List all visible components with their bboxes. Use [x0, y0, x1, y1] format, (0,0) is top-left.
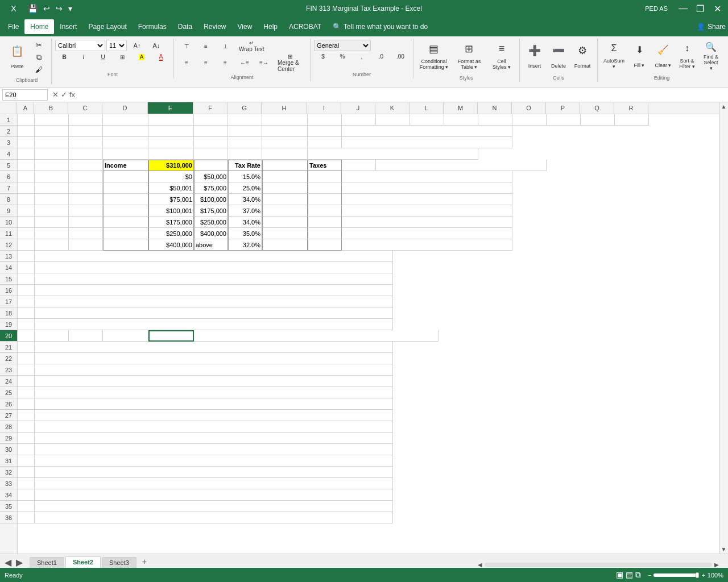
cell-h8[interactable] — [262, 194, 308, 205]
cell-e12[interactable]: $400,000 — [148, 239, 194, 251]
cell-a21[interactable] — [18, 342, 35, 353]
cell-b20[interactable] — [35, 330, 69, 342]
menu-data[interactable]: Data — [172, 19, 198, 34]
row-header-25[interactable]: 25 — [0, 387, 17, 398]
menu-insert[interactable]: Insert — [54, 19, 82, 34]
increase-indent-button[interactable]: ≡→ — [255, 59, 273, 67]
cell-a20[interactable] — [18, 330, 35, 342]
cell-e1[interactable] — [148, 114, 194, 126]
row-header-34[interactable]: 34 — [0, 489, 17, 501]
fill-button[interactable]: ⬇ Fill ▾ — [628, 40, 651, 73]
bold-button[interactable]: B — [55, 53, 73, 61]
col-header-j[interactable]: J — [341, 102, 375, 114]
cell-i3[interactable] — [308, 137, 342, 148]
font-color-button[interactable]: A — [152, 52, 170, 62]
cell-m1[interactable] — [444, 114, 478, 126]
cell-b1[interactable] — [35, 114, 69, 126]
dec-decrease-button[interactable]: .00 — [391, 52, 410, 61]
cell-f3[interactable] — [194, 137, 228, 148]
cell-c10[interactable] — [69, 217, 103, 228]
cell-k5[interactable] — [376, 160, 547, 171]
cell-e9[interactable]: $100,001 — [148, 205, 194, 217]
cell-h12[interactable] — [262, 239, 308, 251]
normal-view-icon[interactable]: ▣ — [616, 570, 623, 580]
conditional-formatting-button[interactable]: ▤ ConditionalFormatting ▾ — [417, 40, 451, 73]
cell-j3[interactable] — [342, 137, 512, 148]
cell-i9[interactable] — [308, 205, 342, 217]
row-header-17[interactable]: 17 — [0, 296, 17, 307]
cell-b9[interactable] — [35, 205, 69, 217]
row-header-13[interactable]: 13 — [0, 251, 17, 262]
row-header-2[interactable]: 2 — [0, 126, 17, 137]
formula-fx-icon[interactable]: fx — [69, 90, 75, 99]
zoom-out-icon[interactable]: − — [648, 572, 651, 579]
paste-button[interactable]: 📋 Paste — [6, 41, 28, 74]
cell-d11[interactable] — [103, 228, 148, 239]
cell-f7[interactable]: $75,000 — [194, 182, 228, 194]
cell-a6[interactable] — [18, 171, 35, 182]
row-header-24[interactable]: 24 — [0, 376, 17, 387]
row-header-30[interactable]: 30 — [0, 444, 17, 455]
cell-rest25[interactable] — [35, 387, 393, 398]
cell-o1[interactable] — [512, 114, 547, 126]
cell-d10[interactable] — [103, 217, 148, 228]
cell-a36[interactable] — [18, 512, 35, 523]
format-button[interactable]: ⚙ Format — [571, 40, 594, 73]
cell-g10[interactable]: 34.0% — [228, 217, 262, 228]
clear-button[interactable]: 🧹 Clear ▾ — [652, 40, 675, 73]
row-header-19[interactable]: 19 — [0, 319, 17, 330]
row-header-8[interactable]: 8 — [0, 194, 17, 205]
row-header-9[interactable]: 9 — [0, 205, 17, 217]
cell-a27[interactable] — [18, 410, 35, 421]
col-header-n[interactable]: N — [478, 102, 512, 114]
row-header-18[interactable]: 18 — [0, 307, 17, 319]
cell-rest26[interactable] — [35, 398, 393, 410]
cell-f5[interactable] — [194, 160, 228, 171]
col-header-m[interactable]: M — [444, 102, 478, 114]
row-header-28[interactable]: 28 — [0, 421, 17, 433]
cell-i8[interactable] — [308, 194, 342, 205]
cell-b12[interactable] — [35, 239, 69, 251]
minimize-button[interactable]: — — [677, 2, 689, 15]
cell-i1[interactable] — [308, 114, 342, 126]
cell-e20[interactable] — [148, 330, 194, 342]
h-scroll-right-icon[interactable]: ▶ — [714, 562, 719, 568]
row-header-4[interactable]: 4 — [0, 148, 17, 160]
close-button[interactable]: ✕ — [711, 2, 723, 15]
cell-d1[interactable] — [103, 114, 148, 126]
cell-h4[interactable] — [262, 148, 308, 160]
italic-button[interactable]: I — [75, 53, 93, 61]
menu-help[interactable]: Help — [258, 19, 283, 34]
decrease-font-button[interactable]: A↓ — [147, 41, 166, 50]
comma-button[interactable]: , — [353, 52, 371, 61]
col-header-a[interactable]: A — [17, 102, 34, 114]
corner-cell[interactable] — [0, 102, 17, 114]
cell-c20[interactable] — [69, 330, 103, 342]
sheet-tab-sheet3[interactable]: Sheet3 — [102, 557, 136, 568]
zoom-slider[interactable] — [653, 573, 699, 577]
cell-c3[interactable] — [69, 137, 103, 148]
align-middle-button[interactable]: ≡ — [197, 42, 215, 51]
h-scroll-left-icon[interactable]: ◀ — [478, 562, 482, 568]
cell-a13[interactable] — [18, 251, 35, 262]
cell-e6[interactable]: $0 — [148, 171, 194, 182]
cell-k1[interactable] — [376, 114, 410, 126]
cell-a15[interactable] — [18, 273, 35, 285]
wrap-text-button[interactable]: ↵ Wrap Text — [235, 40, 268, 52]
row-header-14[interactable]: 14 — [0, 262, 17, 273]
cell-d3[interactable] — [103, 137, 148, 148]
cell-b18[interactable] — [35, 307, 393, 319]
cell-styles-button[interactable]: ≡ CellStyles ▾ — [487, 40, 516, 73]
cell-b16[interactable] — [35, 285, 393, 296]
align-right-button[interactable]: ≡ — [216, 59, 234, 67]
borders-button[interactable]: ⊞ — [113, 53, 131, 61]
cell-b2[interactable] — [35, 126, 69, 137]
cell-a23[interactable] — [18, 364, 35, 376]
cell-f10[interactable]: $250,000 — [194, 217, 228, 228]
cell-a17[interactable] — [18, 296, 35, 307]
formula-input[interactable] — [77, 89, 726, 101]
format-as-table-button[interactable]: ⊞ Format asTable ▾ — [452, 40, 486, 73]
cell-rest35[interactable] — [35, 501, 393, 512]
cell-j12[interactable] — [342, 239, 512, 251]
col-header-k[interactable]: K — [375, 102, 410, 114]
